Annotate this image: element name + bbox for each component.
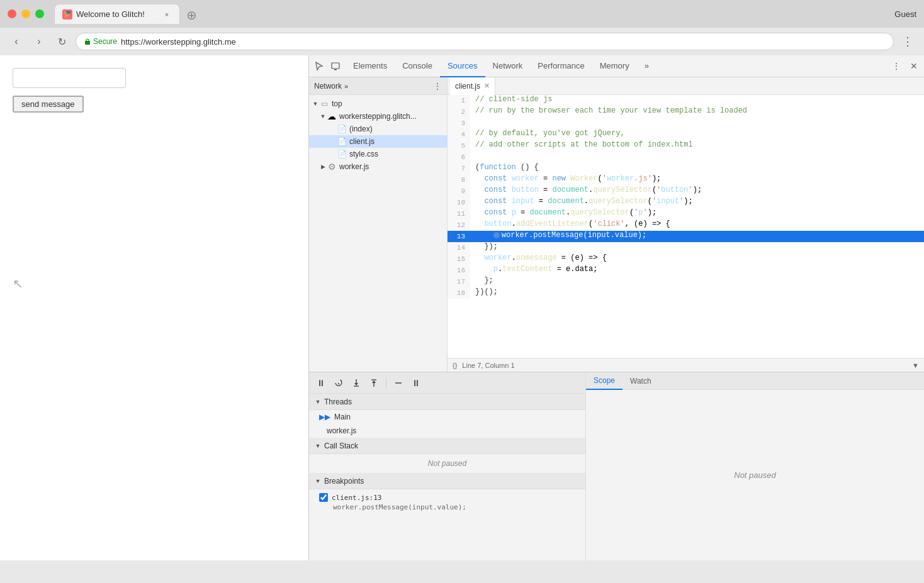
code-line-5[interactable]: 5// add other scripts at the bottom of i… bbox=[448, 140, 924, 152]
code-editor[interactable]: 1// client-side js2// run by the browser… bbox=[448, 95, 924, 358]
devtools-settings-button[interactable]: ⋮ bbox=[889, 58, 904, 74]
tab-sources[interactable]: Sources bbox=[440, 55, 485, 77]
step-over-button[interactable] bbox=[332, 376, 346, 390]
devtools-device-icon[interactable] bbox=[328, 58, 343, 74]
tree-arrow-workerstepping: ▼ bbox=[319, 113, 327, 119]
tab-console[interactable]: Console bbox=[395, 55, 440, 77]
tree-item-style[interactable]: ▶ 📄 style.css bbox=[309, 148, 447, 160]
tab-more[interactable]: » bbox=[637, 55, 656, 77]
forward-button[interactable]: › bbox=[30, 33, 48, 50]
code-line-12[interactable]: 12 button.addEventListener('click', (e) … bbox=[448, 219, 924, 231]
devtools-close-button[interactable]: ✕ bbox=[906, 58, 921, 74]
threads-section-header[interactable]: ▼ Threads bbox=[309, 394, 585, 410]
code-line-18[interactable]: 18})(); bbox=[448, 287, 924, 299]
file-tree-more-button[interactable]: ⋮ bbox=[433, 81, 442, 91]
thread-item-main[interactable]: ▶▶ Main bbox=[309, 410, 585, 424]
line-number: 14 bbox=[448, 242, 470, 253]
tree-item-worker[interactable]: ▶ ⚙ worker.js bbox=[309, 160, 447, 173]
title-bar: 🎏 Welcome to Glitch! × ⊕ Guest bbox=[0, 0, 924, 28]
tree-item-client[interactable]: ▶ 📄 client.js bbox=[309, 135, 447, 148]
tab-performance[interactable]: Performance bbox=[530, 55, 592, 77]
breakpoint-item[interactable]: client.js:13 bbox=[319, 493, 575, 502]
browser-tab[interactable]: 🎏 Welcome to Glitch! × bbox=[54, 4, 180, 24]
code-line-3[interactable]: 3 bbox=[448, 118, 924, 129]
step-into-button[interactable] bbox=[349, 376, 363, 390]
bottom-panel: ⏸ ⏸ bbox=[309, 372, 924, 560]
debugger-panel: ⏸ ⏸ bbox=[309, 372, 586, 560]
code-line-16[interactable]: 16 p.textContent = e.data; bbox=[448, 265, 924, 276]
code-line-17[interactable]: 17 }; bbox=[448, 276, 924, 287]
send-message-button[interactable]: send message bbox=[13, 96, 84, 113]
tab-close-button[interactable]: × bbox=[162, 9, 172, 19]
secure-badge: Secure bbox=[84, 37, 117, 46]
breakpoints-list: client.js:13 worker.postMessage(input.va… bbox=[309, 489, 585, 515]
svg-rect-0 bbox=[85, 41, 90, 45]
step-into-icon bbox=[351, 378, 361, 388]
tree-item-workerstepping[interactable]: ▼ ☁ workerstepping.glitch... bbox=[309, 110, 447, 123]
code-line-13[interactable]: 13 worker.postMessage(input.value); bbox=[448, 231, 924, 242]
debug-separator bbox=[386, 377, 386, 389]
lock-icon bbox=[84, 38, 91, 45]
minimize-window-button[interactable] bbox=[21, 9, 30, 18]
back-button[interactable]: ‹ bbox=[8, 33, 25, 50]
line-number: 5 bbox=[448, 140, 470, 152]
code-line-6[interactable]: 6 bbox=[448, 152, 924, 163]
step-over-icon bbox=[334, 378, 344, 388]
more-options-button[interactable]: ⋮ bbox=[899, 33, 916, 50]
cursor-icon bbox=[314, 61, 324, 71]
thread-item-worker[interactable]: worker.js bbox=[309, 424, 585, 438]
file-tree: ▼ ▭ top ▼ ☁ workerstepping.glitch... ▶ bbox=[309, 95, 447, 372]
line-number: 13 bbox=[448, 231, 470, 242]
tab-network[interactable]: Network bbox=[485, 55, 531, 77]
code-line-15[interactable]: 15 worker.onmessage = (e) => { bbox=[448, 253, 924, 265]
code-line-10[interactable]: 10 const input = document.querySelector(… bbox=[448, 197, 924, 208]
line-content: // client-side js bbox=[470, 95, 924, 106]
maximize-window-button[interactable] bbox=[35, 9, 44, 18]
worker-icon: ⚙ bbox=[327, 162, 337, 172]
step-out-button[interactable] bbox=[367, 376, 381, 390]
svg-rect-1 bbox=[332, 63, 339, 69]
new-tab-button[interactable]: ⊕ bbox=[183, 6, 200, 24]
code-tab-client[interactable]: client.js ✕ bbox=[450, 77, 495, 95]
code-line-7[interactable]: 7(function () { bbox=[448, 163, 924, 174]
breakpoint-checkbox[interactable] bbox=[319, 493, 328, 502]
pause-on-exceptions-button[interactable]: ⏸ bbox=[409, 376, 423, 390]
status-bar-dropdown[interactable]: ▼ bbox=[912, 362, 919, 369]
tree-item-top[interactable]: ▼ ▭ top bbox=[309, 97, 447, 110]
call-stack-section-header[interactable]: ▼ Call Stack bbox=[309, 438, 585, 454]
pause-resume-button[interactable]: ⏸ bbox=[314, 376, 328, 390]
deactivate-breakpoints-button[interactable] bbox=[392, 376, 405, 390]
code-line-8[interactable]: 8 const worker = new Worker('worker.js')… bbox=[448, 174, 924, 186]
breakpoints-section-header[interactable]: ▼ Breakpoints bbox=[309, 473, 585, 489]
line-content: worker.postMessage(input.value); bbox=[470, 231, 924, 242]
tab-elements[interactable]: Elements bbox=[346, 55, 395, 77]
line-number: 1 bbox=[448, 95, 470, 106]
scope-panel: Scope Watch Not paused bbox=[586, 372, 924, 560]
line-content: const p = document.querySelector('p'); bbox=[470, 208, 924, 219]
tab-memory[interactable]: Memory bbox=[592, 55, 637, 77]
scope-not-paused: Not paused bbox=[724, 465, 786, 485]
message-input[interactable] bbox=[13, 68, 126, 88]
line-content bbox=[470, 152, 924, 163]
code-line-14[interactable]: 14 }); bbox=[448, 242, 924, 253]
devtools-inspect-icon[interactable] bbox=[312, 58, 327, 74]
line-content: }); bbox=[470, 242, 924, 253]
code-line-9[interactable]: 9 const button = document.querySelector(… bbox=[448, 186, 924, 197]
tree-item-index[interactable]: ▶ 📄 (index) bbox=[309, 123, 447, 135]
line-content bbox=[470, 118, 924, 129]
code-line-11[interactable]: 11 const p = document.querySelector('p')… bbox=[448, 208, 924, 219]
code-tab-close-button[interactable]: ✕ bbox=[484, 82, 490, 90]
tab-favicon: 🎏 bbox=[62, 9, 72, 19]
file-tree-header: Network » ⋮ bbox=[309, 77, 447, 95]
code-line-1[interactable]: 1// client-side js bbox=[448, 95, 924, 106]
address-bar[interactable]: Secure https://workerstepping.glitch.me bbox=[76, 33, 894, 50]
scope-tab-scope[interactable]: Scope bbox=[586, 372, 623, 390]
code-line-4[interactable]: 4// by default, you've got jQuery, bbox=[448, 129, 924, 140]
line-content: }; bbox=[470, 276, 924, 287]
line-content: })(); bbox=[470, 287, 924, 299]
page-content: send message ↖ bbox=[0, 55, 308, 560]
close-window-button[interactable] bbox=[8, 9, 16, 18]
code-line-2[interactable]: 2// run by the browser each time your vi… bbox=[448, 106, 924, 118]
reload-button[interactable]: ↻ bbox=[53, 33, 70, 50]
scope-tab-watch[interactable]: Watch bbox=[623, 372, 659, 390]
